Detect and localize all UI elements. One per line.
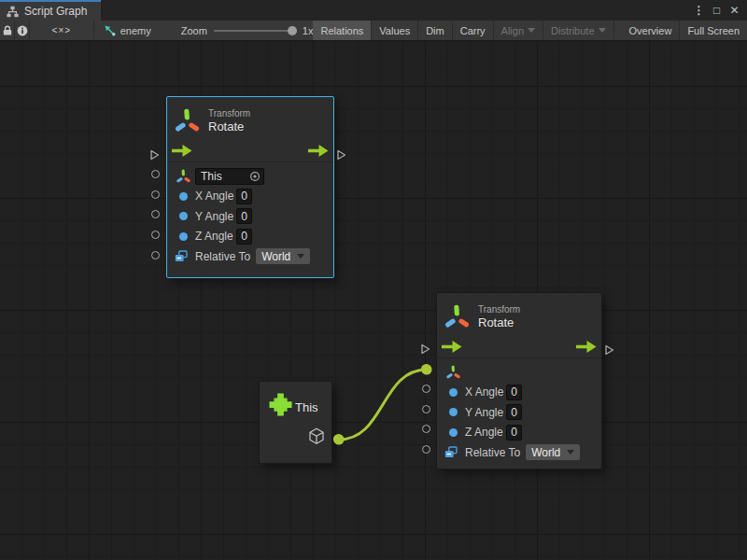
align-label: Align	[501, 25, 524, 36]
rotate-node-bottom[interactable]: Transform Rotate	[436, 292, 602, 469]
zoom-slider[interactable]	[214, 30, 296, 32]
flow-out-port[interactable]	[604, 344, 614, 356]
object-cube-icon	[308, 427, 325, 445]
value-port-icon	[449, 408, 458, 416]
carry-button[interactable]: Carry	[453, 21, 494, 40]
chevron-down-icon	[599, 28, 606, 33]
fullscreen-button[interactable]: Full Screen	[680, 21, 747, 40]
rotate-node-top[interactable]: Transform Rotate	[166, 96, 334, 278]
node-header: Transform Rotate	[437, 293, 601, 336]
z-angle-row: Z Angle 0	[437, 423, 601, 443]
this-output-port[interactable]	[333, 434, 344, 444]
this-icon	[268, 392, 293, 417]
flow-in-port[interactable]	[420, 343, 430, 355]
transform-mini-icon	[176, 169, 190, 184]
window-close-icon[interactable]: ✕	[726, 2, 742, 19]
zoom-control: Zoom 1x	[181, 21, 314, 40]
x-angle-port[interactable]	[422, 385, 430, 393]
node-category: Transform	[478, 303, 520, 315]
graph-canvas[interactable]: Transform Rotate	[0, 41, 747, 560]
distribute-label: Distribute	[551, 25, 594, 36]
value-port-icon	[449, 428, 458, 437]
relative-to-value: World	[531, 446, 560, 459]
self-input-port-connected[interactable]	[421, 364, 431, 374]
tab-title: Script Graph	[24, 5, 87, 18]
y-angle-input[interactable]: 0	[236, 208, 252, 224]
x-angle-row: X Angle 0	[437, 383, 601, 403]
zoom-label: Zoom	[181, 25, 207, 36]
x-angle-port[interactable]	[151, 190, 160, 199]
x-angle-input[interactable]: 0	[506, 385, 522, 400]
node-header: Transform Rotate	[167, 97, 333, 140]
node-title: Rotate	[208, 119, 250, 134]
relative-to-value: World	[261, 250, 290, 263]
y-angle-label: Y Angle	[465, 406, 506, 419]
lock-icon	[2, 25, 13, 36]
x-angle-label: X Angle	[465, 385, 506, 399]
connection-wire	[0, 41, 747, 560]
dim-button[interactable]: Dim	[418, 21, 453, 40]
relative-to-row: Relative To World	[437, 442, 601, 463]
window-menu-icon[interactable]: ⋮	[691, 2, 707, 19]
distribute-dropdown-button[interactable]: Distribute	[543, 21, 613, 40]
flow-out-port[interactable]	[336, 149, 346, 161]
self-object-field[interactable]: This	[195, 168, 264, 185]
code-view-button[interactable]: <×>	[30, 21, 94, 40]
flow-output-arrow-icon[interactable]	[308, 145, 329, 157]
values-button[interactable]: Values	[372, 21, 418, 40]
flow-input-arrow-icon[interactable]	[172, 145, 192, 157]
self-input-port[interactable]	[151, 170, 160, 178]
relative-to-port[interactable]	[422, 445, 430, 454]
window-maximize-icon[interactable]: □	[709, 2, 725, 19]
value-port-icon	[179, 192, 188, 201]
flow-input-arrow-icon[interactable]	[442, 341, 462, 353]
relations-button[interactable]: Relations	[313, 21, 372, 40]
relative-to-label: Relative To	[195, 250, 250, 263]
y-angle-input[interactable]: 0	[506, 404, 522, 420]
node-category: Transform	[208, 107, 250, 119]
this-node[interactable]: This	[259, 381, 332, 464]
x-angle-input[interactable]: 0	[236, 189, 252, 204]
relative-to-dropdown[interactable]: World	[256, 248, 310, 264]
relative-to-port[interactable]	[151, 251, 160, 259]
value-port-icon	[449, 388, 458, 397]
self-field-value: This	[201, 170, 222, 183]
relative-to-row: Relative To World	[167, 246, 333, 267]
y-angle-label: Y Angle	[195, 210, 236, 223]
lock-button[interactable]	[0, 21, 15, 40]
tab-strip-empty	[101, 0, 691, 21]
flow-row	[437, 336, 601, 358]
object-picker-icon[interactable]	[249, 171, 261, 182]
y-angle-port[interactable]	[422, 405, 430, 413]
script-graph-window: Script Graph ⋮ □ ✕	[0, 0, 747, 560]
relative-to-dropdown[interactable]: World	[526, 444, 580, 460]
tab-bar: Script Graph ⋮ □ ✕	[0, 0, 747, 21]
value-port-icon	[179, 232, 188, 241]
graph-toolbar: <×> enemy Zoom 1x Relations Values Dim C…	[0, 21, 747, 41]
graph-hierarchy-icon	[7, 6, 19, 18]
chevron-down-icon	[528, 28, 535, 33]
z-angle-input[interactable]: 0	[236, 229, 252, 245]
relative-to-label: Relative To	[465, 446, 520, 459]
flow-in-port[interactable]	[149, 149, 160, 161]
z-angle-port[interactable]	[422, 425, 430, 433]
info-button[interactable]	[15, 21, 30, 40]
this-node-title: This	[295, 400, 318, 414]
value-port-icon	[179, 212, 188, 220]
align-dropdown-button[interactable]: Align	[494, 21, 543, 40]
z-angle-input[interactable]: 0	[506, 425, 522, 441]
z-angle-label: Z Angle	[195, 230, 236, 243]
z-angle-label: Z Angle	[465, 426, 506, 439]
flow-output-arrow-icon[interactable]	[576, 341, 597, 353]
overview-button[interactable]: Overview	[622, 21, 681, 40]
z-angle-port[interactable]	[151, 231, 160, 239]
graph-asset-button[interactable]: enemy	[94, 21, 161, 40]
tab-script-graph[interactable]: Script Graph	[0, 0, 101, 21]
zoom-slider-handle[interactable]	[288, 26, 297, 35]
y-angle-row: Y Angle 0	[167, 206, 333, 227]
enum-type-icon	[175, 250, 188, 262]
x-angle-row: X Angle 0	[167, 187, 333, 207]
y-angle-port[interactable]	[151, 210, 160, 218]
y-angle-row: Y Angle 0	[437, 402, 601, 423]
transform-mini-icon	[446, 365, 460, 380]
